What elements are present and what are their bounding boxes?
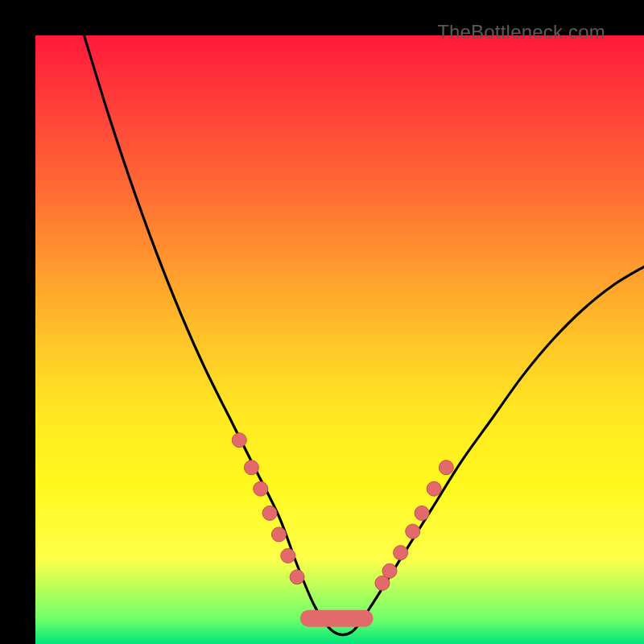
data-marker	[254, 481, 268, 496]
data-marker	[290, 570, 304, 584]
optimal-band	[300, 610, 374, 627]
watermark-text: TheBottleneck.com	[437, 21, 605, 43]
data-marker	[262, 506, 277, 520]
bottleneck-curve-svg	[35, 35, 644, 644]
data-marker	[232, 433, 246, 448]
data-marker	[415, 506, 429, 520]
data-marker	[439, 460, 453, 475]
bottleneck-curve	[84, 35, 644, 635]
data-marker	[271, 527, 286, 542]
data-marker	[244, 460, 258, 475]
data-marker	[427, 481, 441, 496]
chart-plot-area	[35, 35, 644, 644]
data-marker	[281, 548, 295, 563]
data-marker	[394, 546, 408, 560]
data-marker	[406, 524, 420, 539]
data-marker	[382, 564, 397, 578]
chart-frame: TheBottleneck.com	[0, 0, 644, 644]
